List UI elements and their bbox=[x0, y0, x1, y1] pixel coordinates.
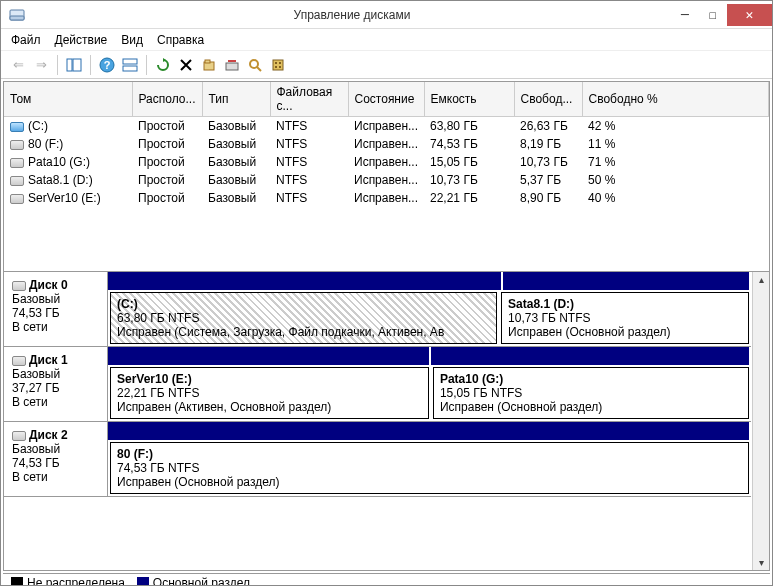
back-button[interactable]: ⇐ bbox=[7, 54, 29, 76]
delete-button[interactable] bbox=[175, 54, 197, 76]
disk-icon bbox=[12, 356, 26, 366]
disk-row: Диск 0Базовый74,53 ГБВ сети(C:)63,80 ГБ … bbox=[4, 272, 751, 347]
col-fs[interactable]: Файловая с... bbox=[270, 82, 348, 117]
menu-action[interactable]: Действие bbox=[55, 33, 108, 47]
settings-button[interactable] bbox=[267, 54, 289, 76]
content-area: Том Располо... Тип Файловая с... Состоян… bbox=[3, 81, 770, 571]
legend-unallocated-label: Не распределена bbox=[27, 576, 125, 587]
menubar: Файл Действие Вид Справка bbox=[1, 29, 772, 51]
volume-row[interactable]: (C:)ПростойБазовыйNTFSИсправен...63,80 Г… bbox=[4, 117, 769, 136]
drive-icon bbox=[10, 158, 24, 168]
toolbar: ⇐ ⇒ ? bbox=[1, 51, 772, 79]
col-capacity[interactable]: Емкость bbox=[424, 82, 514, 117]
volume-row[interactable]: Pata10 (G:)ПростойБазовыйNTFSИсправен...… bbox=[4, 153, 769, 171]
legend-swatch-black bbox=[11, 577, 23, 586]
disk-row: Диск 1Базовый37,27 ГБВ сетиSerVer10 (E:)… bbox=[4, 347, 751, 422]
svg-rect-14 bbox=[279, 62, 281, 64]
menu-file[interactable]: Файл bbox=[11, 33, 41, 47]
col-volume[interactable]: Том bbox=[4, 82, 132, 117]
drive-icon bbox=[10, 194, 24, 204]
svg-rect-9 bbox=[205, 60, 210, 63]
volume-row[interactable]: SerVer10 (E:)ПростойБазовыйNTFSИсправен.… bbox=[4, 189, 769, 207]
toolbar-separator bbox=[90, 55, 91, 75]
volume-row[interactable]: 80 (F:)ПростойБазовыйNTFSИсправен...74,5… bbox=[4, 135, 769, 153]
disk-info[interactable]: Диск 0Базовый74,53 ГБВ сети bbox=[4, 272, 108, 346]
legend: Не распределена Основной раздел bbox=[3, 573, 770, 586]
drive-icon bbox=[10, 122, 24, 132]
svg-point-11 bbox=[250, 60, 258, 68]
svg-rect-7 bbox=[123, 66, 137, 71]
drive-icon bbox=[10, 140, 24, 150]
svg-rect-13 bbox=[275, 62, 277, 64]
svg-rect-16 bbox=[279, 66, 281, 68]
svg-rect-3 bbox=[73, 59, 81, 71]
partition[interactable]: Pata10 (G:)15,05 ГБ NTFSИсправен (Основн… bbox=[433, 367, 749, 419]
disk-partitions: (C:)63,80 ГБ NTFSИсправен (Система, Загр… bbox=[108, 272, 751, 346]
properties-button[interactable] bbox=[198, 54, 220, 76]
svg-rect-15 bbox=[275, 66, 277, 68]
help-button[interactable]: ? bbox=[96, 54, 118, 76]
scroll-up-icon[interactable]: ▴ bbox=[759, 272, 764, 287]
disk-header-bar bbox=[108, 272, 751, 290]
col-free[interactable]: Свобод... bbox=[514, 82, 582, 117]
toolbar-separator bbox=[57, 55, 58, 75]
window-title: Управление дисками bbox=[33, 8, 671, 22]
disk-map-pane[interactable]: Диск 0Базовый74,53 ГБВ сети(C:)63,80 ГБ … bbox=[4, 272, 769, 570]
svg-rect-12 bbox=[273, 60, 283, 70]
disk-partitions: SerVer10 (E:)22,21 ГБ NTFSИсправен (Акти… bbox=[108, 347, 751, 421]
svg-text:?: ? bbox=[104, 59, 111, 71]
disk-info[interactable]: Диск 2Базовый74,53 ГБВ сети bbox=[4, 422, 108, 496]
volume-row[interactable]: Sata8.1 (D:)ПростойБазовыйNTFSИсправен..… bbox=[4, 171, 769, 189]
menu-view[interactable]: Вид bbox=[121, 33, 143, 47]
svg-rect-2 bbox=[67, 59, 72, 71]
layout-button[interactable] bbox=[119, 54, 141, 76]
forward-button[interactable]: ⇒ bbox=[30, 54, 52, 76]
minimize-button[interactable]: ─ bbox=[671, 4, 699, 26]
rescan-button[interactable] bbox=[221, 54, 243, 76]
col-layout[interactable]: Располо... bbox=[132, 82, 202, 117]
volume-table: Том Располо... Тип Файловая с... Состоян… bbox=[4, 82, 769, 207]
col-type[interactable]: Тип bbox=[202, 82, 270, 117]
disk-info[interactable]: Диск 1Базовый37,27 ГБВ сети bbox=[4, 347, 108, 421]
menu-help[interactable]: Справка bbox=[157, 33, 204, 47]
refresh-button[interactable] bbox=[152, 54, 174, 76]
maximize-button[interactable]: ☐ bbox=[699, 4, 727, 26]
legend-unallocated: Не распределена bbox=[11, 576, 125, 587]
col-freepct[interactable]: Свободно % bbox=[582, 82, 768, 117]
svg-rect-6 bbox=[123, 59, 137, 64]
disk-icon bbox=[12, 431, 26, 441]
partition[interactable]: (C:)63,80 ГБ NTFSИсправен (Система, Загр… bbox=[110, 292, 497, 344]
titlebar: Управление дисками ─ ☐ ✕ bbox=[1, 1, 772, 29]
scroll-down-icon[interactable]: ▾ bbox=[759, 555, 764, 570]
disk-icon bbox=[12, 281, 26, 291]
partition[interactable]: 80 (F:)74,53 ГБ NTFSИсправен (Основной р… bbox=[110, 442, 749, 494]
legend-primary: Основной раздел bbox=[137, 576, 250, 587]
disk-header-bar bbox=[108, 422, 751, 440]
disk-header-bar bbox=[108, 347, 751, 365]
search-button[interactable] bbox=[244, 54, 266, 76]
svg-rect-10 bbox=[226, 63, 238, 70]
svg-rect-1 bbox=[10, 16, 24, 20]
toolbar-separator bbox=[146, 55, 147, 75]
partition[interactable]: Sata8.1 (D:)10,73 ГБ NTFSИсправен (Основ… bbox=[501, 292, 749, 344]
drive-icon bbox=[10, 176, 24, 186]
app-icon bbox=[7, 5, 27, 25]
show-hide-console-button[interactable] bbox=[63, 54, 85, 76]
legend-primary-label: Основной раздел bbox=[153, 576, 250, 587]
col-status[interactable]: Состояние bbox=[348, 82, 424, 117]
legend-swatch-navy bbox=[137, 577, 149, 586]
volume-list-pane[interactable]: Том Располо... Тип Файловая с... Состоян… bbox=[4, 82, 769, 272]
scrollbar[interactable]: ▴ ▾ bbox=[752, 272, 769, 570]
partition[interactable]: SerVer10 (E:)22,21 ГБ NTFSИсправен (Акти… bbox=[110, 367, 429, 419]
disk-partitions: 80 (F:)74,53 ГБ NTFSИсправен (Основной р… bbox=[108, 422, 751, 496]
close-button[interactable]: ✕ bbox=[727, 4, 772, 26]
disk-row: Диск 2Базовый74,53 ГБВ сети80 (F:)74,53 … bbox=[4, 422, 751, 497]
